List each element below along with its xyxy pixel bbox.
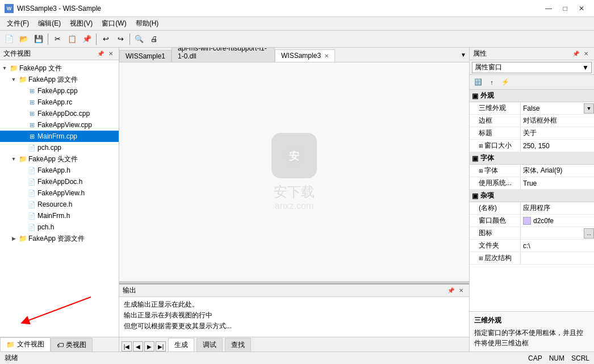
tree-label: FakeAppView.h	[36, 189, 85, 197]
output-pin-btn[interactable]: 📌	[446, 286, 455, 295]
panel-pin-btn[interactable]: 📌	[96, 49, 105, 58]
output-tab-debug[interactable]: 调试	[196, 338, 223, 352]
prop-ellipsis-icon[interactable]: ...	[584, 228, 594, 239]
tree-item-fakeappdoc-cpp[interactable]: ⊞ FakeAppDoc.cpp	[0, 108, 119, 119]
tree-item-mainfrm-h[interactable]: 📄 MainFrm.h	[0, 210, 119, 221]
tree-item-fakeappview-h[interactable]: 📄 FakeAppView.h	[0, 187, 119, 199]
output-tab-build[interactable]: 生成	[168, 338, 194, 352]
maximize-button[interactable]: □	[557, 2, 573, 15]
editor-tab-dll[interactable]: api-ms-win-core-rtlsupport-l1-1-0.dll	[171, 48, 275, 62]
output-title: 输出	[123, 286, 136, 295]
toolbar-paste[interactable]: 📌	[80, 32, 94, 46]
toolbar: 📄 📂 💾 ✂ 📋 📌 ↩ ↪ 🔍 🖨	[0, 31, 594, 48]
menu-window[interactable]: 窗口(W)	[97, 18, 131, 30]
prop-row-hierarchy[interactable]: ⊞层次结构	[470, 252, 594, 265]
toolbar-copy[interactable]: 📋	[65, 32, 79, 46]
prop-name-border: 边框	[470, 115, 521, 127]
tree-item-mainfrm-cpp[interactable]: ⊞ MainFrm.cpp	[0, 131, 119, 142]
tree-item-header-folder[interactable]: ▼ 📁 FakeApp 头文件	[0, 153, 119, 165]
properties-close-btn[interactable]: ✕	[582, 49, 591, 58]
prop-row-sysdefault[interactable]: 使用系统... True	[470, 177, 594, 190]
toolbar-redo[interactable]: ↪	[114, 32, 127, 46]
prop-row-3d[interactable]: 三维外观 False ▼	[470, 102, 594, 115]
expand-icon: ⊞	[479, 143, 483, 149]
tree-item-source-folder[interactable]: ▼ 📁 FakeApp 源文件	[0, 74, 119, 85]
tree-item-fakeapp-cpp[interactable]: ⊞ FakeApp.cpp	[0, 85, 119, 97]
expand-icon: ⊞	[479, 256, 483, 261]
prop-row-folder[interactable]: 文件夹 c:\	[470, 240, 594, 252]
nav-next-btn[interactable]: ▶	[144, 341, 154, 352]
watermark: 安 安下载 anxz.com	[271, 133, 317, 211]
prop-val-3d: False	[521, 103, 584, 114]
tree-item-fakeappview-cpp[interactable]: ⊞ FakeAppView.cpp	[0, 119, 119, 131]
cpp-file-icon: ⊞	[27, 87, 36, 95]
output-close-btn[interactable]: ✕	[457, 286, 466, 295]
minimize-button[interactable]: —	[541, 2, 557, 15]
menu-view[interactable]: 视图(V)	[65, 18, 97, 30]
prop-row-border[interactable]: 边框 对话框外框	[470, 115, 594, 127]
prop-row-winsize[interactable]: ⊞窗口大小 250, 150	[470, 140, 594, 152]
file-icon: 📄	[27, 178, 36, 186]
file-icon: 📄	[27, 224, 36, 231]
prop-dropdown-3d[interactable]: ▼	[584, 103, 594, 114]
tree-item-pch-h[interactable]: 📄 pch.h	[0, 221, 119, 233]
prop-row-wincolor[interactable]: 窗口颜色 d2c0fe	[470, 215, 594, 227]
editor-tab-wissample3[interactable]: WISSample3 ✕	[275, 49, 335, 62]
tree-item-resource-folder[interactable]: ▶ 📁 FakeApp 资源文件	[0, 233, 119, 244]
prop-event-btn[interactable]: ⚡	[499, 77, 512, 88]
tree-item-fakeapp-rc[interactable]: ⊞ FakeApp.rc	[0, 97, 119, 108]
status-cap: CAP	[528, 354, 542, 362]
toolbar-print[interactable]: 🖨	[147, 32, 161, 46]
panel-close-btn[interactable]: ✕	[106, 49, 115, 58]
toolbar-find[interactable]: 🔍	[132, 32, 146, 46]
close-button[interactable]: ✕	[574, 2, 589, 15]
status-bar: 就绪 CAP NUM SCRL	[0, 352, 594, 364]
prop-desc-text: 指定窗口的字体不使用粗体，并且控件将使用三维边框	[474, 328, 589, 348]
editor-tab-wissample1[interactable]: WISSample1	[119, 50, 171, 62]
prop-up-btn[interactable]: ↑	[486, 77, 498, 88]
folder-icon: 📁	[18, 76, 27, 83]
left-panel-tabs: 📁 文件视图 🏷 类视图	[0, 337, 119, 352]
nav-prev-btn[interactable]: ◀	[133, 341, 143, 352]
tree-item-pch-cpp[interactable]: 📄 pch.cpp	[0, 142, 119, 153]
menu-edit[interactable]: 编辑(E)	[34, 18, 65, 30]
prop-row-caption[interactable]: 标题 关于	[470, 127, 594, 140]
status-right: CAP NUM SCRL	[528, 354, 589, 362]
expand-icon: ▼	[0, 65, 9, 71]
tree-item-fakeappdoc-h[interactable]: 📄 FakeAppDoc.h	[0, 176, 119, 187]
toolbar-new[interactable]: 📄	[2, 32, 16, 46]
tab-class-view[interactable]: 🏷 类视图	[51, 338, 93, 352]
prop-name-3d: 三维外观	[470, 102, 521, 114]
menu-help[interactable]: 帮助(H)	[131, 18, 164, 30]
prop-row-font[interactable]: ⊞字体 宋体, Arial(9)	[470, 165, 594, 177]
prop-object-selector[interactable]: 属性窗口 ▼	[472, 62, 592, 73]
right-panel: 属性 📌 ✕ 属性窗口 ▼ 🔡 ↑ ⚡ ▣ 外观 三维外观	[469, 48, 594, 352]
properties-pin-btn[interactable]: 📌	[571, 49, 580, 58]
tree-item-resource-h[interactable]: 📄 Resource.h	[0, 199, 119, 210]
tab-dropdown-btn[interactable]: ▼	[458, 48, 469, 62]
prop-name-wincolor: 窗口颜色	[470, 215, 521, 227]
prop-row-name[interactable]: (名称) 应用程序	[470, 202, 594, 215]
cpp-file-icon: ⊞	[27, 110, 36, 118]
menu-file[interactable]: 文件(F)	[2, 18, 34, 30]
title-bar: W WISSample3 - WIS-Sample — □ ✕	[0, 0, 594, 17]
toolbar-open[interactable]: 📂	[17, 32, 31, 46]
prop-toolbar-2: 🔡 ↑ ⚡	[470, 75, 594, 90]
section-label: 杂项	[480, 191, 494, 200]
tab-file-view[interactable]: 📁 文件视图	[0, 337, 51, 352]
output-tab-find[interactable]: 查找	[225, 338, 251, 352]
toolbar-cut[interactable]: ✂	[51, 32, 64, 46]
toolbar-save[interactable]: 💾	[32, 32, 45, 46]
tree-item-fakeapp-h[interactable]: 📄 FakeApp.h	[0, 165, 119, 176]
nav-first-btn[interactable]: |◀	[122, 341, 132, 352]
tree-label: FakeApp.cpp	[36, 87, 78, 95]
tree-label: FakeApp 头文件	[27, 154, 78, 164]
prop-sort-btn[interactable]: 🔡	[472, 77, 484, 88]
nav-last-btn[interactable]: ▶|	[156, 341, 166, 352]
tab-close-btn[interactable]: ✕	[324, 53, 329, 59]
tree-label: MainFrm.cpp	[36, 132, 77, 140]
prop-dropdown-icon: ▼	[582, 64, 589, 72]
tree-item-fakeapp[interactable]: ▼ 📁 FakeApp 文件	[0, 62, 119, 74]
toolbar-undo[interactable]: ↩	[99, 32, 112, 46]
prop-row-icon[interactable]: 图标 ...	[470, 227, 594, 240]
